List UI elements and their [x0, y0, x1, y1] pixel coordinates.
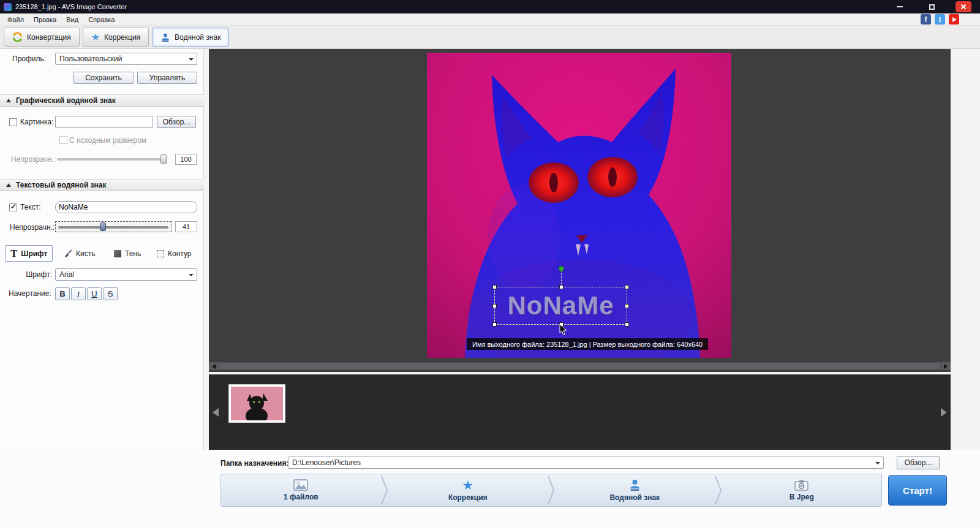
twitter-icon[interactable]: t	[935, 14, 945, 25]
text-checkbox[interactable]	[9, 203, 17, 211]
output-info-tooltip: Имя выходного файла: 235128_1.jpg | Разм…	[467, 338, 708, 350]
graphic-watermark-section-header[interactable]: Графический водяной знак	[0, 94, 204, 107]
picture-checkbox[interactable]	[9, 118, 17, 126]
start-button[interactable]: Старт!	[888, 475, 947, 506]
step-label: Коррекция	[448, 493, 488, 502]
picture-browse-button[interactable]: Обзор...	[157, 116, 196, 128]
collapse-icon	[6, 99, 11, 102]
thumbnail-image	[231, 387, 283, 420]
save-profile-button[interactable]: Сохранить	[74, 72, 134, 84]
image-icon	[293, 479, 308, 491]
resize-handle[interactable]	[625, 304, 629, 308]
step-separator-icon	[715, 474, 722, 506]
mouse-cursor-icon	[559, 324, 568, 336]
text-opacity-slider[interactable]	[55, 221, 172, 232]
style-tab-contour[interactable]: Контур	[152, 245, 196, 262]
graphic-opacity-thumb[interactable]	[160, 154, 167, 164]
step-separator-icon	[381, 474, 388, 506]
step-correction[interactable]: ★ Коррекция	[388, 474, 548, 506]
picture-path-input[interactable]	[55, 116, 153, 128]
resize-handle[interactable]	[625, 285, 629, 289]
minimize-button[interactable]	[892, 1, 908, 12]
graphic-opacity-label: Непрозрачн.:	[11, 153, 56, 165]
scrollbar-thumb[interactable]	[219, 363, 940, 370]
style-tab-font[interactable]: T Шрифт	[5, 245, 53, 262]
tab-correction[interactable]: ★ Коррекция	[83, 28, 149, 47]
style-tab-brush[interactable]: Кисть	[59, 245, 100, 262]
typeface-label: Начертание:	[9, 287, 51, 300]
scroll-right-button[interactable]	[941, 362, 951, 370]
play-icon	[952, 17, 957, 22]
menu-help[interactable]: Справка	[83, 15, 119, 25]
section-title: Текстовый водяной знак	[16, 181, 107, 189]
source-size-checkbox[interactable]	[59, 136, 67, 144]
scroll-left-button[interactable]	[209, 362, 219, 370]
thumbnail-item[interactable]	[228, 384, 285, 423]
watermark-text-input[interactable]	[55, 201, 197, 213]
watermark-settings-panel: Профиль: Пользовательский Сохранить Упра…	[0, 49, 204, 450]
destination-combo[interactable]: D:\Lenouser\Pictures	[288, 457, 884, 469]
graphic-opacity-value[interactable]: 100	[175, 154, 197, 165]
step-watermark[interactable]: Водяной знак	[555, 474, 715, 506]
graphic-opacity-slider[interactable]	[57, 158, 166, 161]
titlebar: 235128_1.jpg - AVS Image Converter	[0, 0, 980, 13]
text-watermark-section-header[interactable]: Текстовый водяной знак	[0, 179, 204, 191]
font-t-icon: T	[10, 248, 17, 259]
resize-handle[interactable]	[492, 285, 497, 289]
facebook-icon[interactable]: f	[921, 14, 931, 25]
maximize-icon	[929, 4, 935, 10]
topbar: Конвертация ★ Коррекция Водяной знак Доб…	[0, 26, 980, 49]
conversion-steps-bar: 1 файлов ★ Коррекция Водяной знак	[221, 474, 882, 507]
source-size-label: С исходным размером	[69, 134, 146, 146]
text-opacity-thumb[interactable]	[100, 222, 106, 231]
resize-handle[interactable]	[625, 322, 629, 327]
step-label: Водяной знак	[609, 493, 660, 502]
profile-caret-icon	[189, 58, 194, 61]
convert-icon	[12, 32, 23, 42]
style-tab-label: Контур	[168, 249, 191, 258]
step-files[interactable]: 1 файлов	[221, 474, 381, 506]
thumbnails-prev-button[interactable]	[213, 408, 219, 417]
tab-convert[interactable]: Конвертация	[4, 28, 80, 47]
section-title: Графический водяной знак	[16, 96, 116, 105]
footer: Папка назначения: D:\Lenouser\Pictures О…	[0, 450, 980, 527]
horizontal-scrollbar[interactable]	[209, 362, 951, 370]
menubar: Файл Правка Вид Справка f t	[0, 13, 980, 26]
font-combo[interactable]: Arial	[55, 268, 197, 281]
text-opacity-label: Непрозрачн.:	[10, 221, 55, 233]
resize-handle[interactable]	[492, 304, 497, 308]
menu-edit[interactable]: Правка	[29, 15, 61, 25]
strikethrough-button[interactable]: S	[103, 287, 118, 300]
watermark-selection[interactable]: NoNaMe	[494, 287, 627, 325]
menu-file[interactable]: Файл	[2, 15, 29, 25]
youtube-icon[interactable]	[949, 14, 959, 25]
rotate-handle[interactable]	[559, 266, 564, 271]
close-button[interactable]	[956, 1, 971, 12]
camera-icon	[794, 479, 809, 491]
bold-button[interactable]: B	[55, 287, 70, 300]
manage-profiles-button[interactable]: Управлять	[137, 72, 197, 84]
watermark-person-icon	[628, 479, 641, 491]
font-caret-icon	[189, 274, 194, 276]
tab-watermark[interactable]: Водяной знак	[152, 28, 229, 47]
resize-handle[interactable]	[559, 285, 564, 289]
shadow-icon	[114, 250, 121, 257]
step-format[interactable]: В Jpeg	[722, 474, 882, 506]
watermark-preview-text[interactable]: NoNaMe	[495, 287, 627, 324]
text-opacity-value[interactable]: 41	[175, 221, 197, 232]
collapse-icon	[6, 183, 11, 187]
style-tab-shadow[interactable]: Тень	[109, 245, 146, 262]
underline-button[interactable]: U	[87, 287, 102, 300]
menu-view[interactable]: Вид	[61, 15, 83, 25]
profile-combo[interactable]: Пользовательский	[55, 53, 197, 65]
step-separator-icon	[548, 474, 555, 506]
italic-button[interactable]: I	[71, 287, 86, 300]
thumbnail-strip	[209, 374, 951, 450]
maximize-button[interactable]	[924, 1, 940, 12]
text-label: Текст:	[20, 201, 41, 213]
destination-browse-button[interactable]: Обзор...	[897, 456, 940, 469]
thumbnails-next-button[interactable]	[941, 408, 947, 417]
preview-area[interactable]: NoNaMe Имя выходного файла: 235128_1.jpg…	[209, 49, 951, 372]
resize-handle[interactable]	[492, 322, 497, 327]
slider-track	[58, 226, 168, 229]
